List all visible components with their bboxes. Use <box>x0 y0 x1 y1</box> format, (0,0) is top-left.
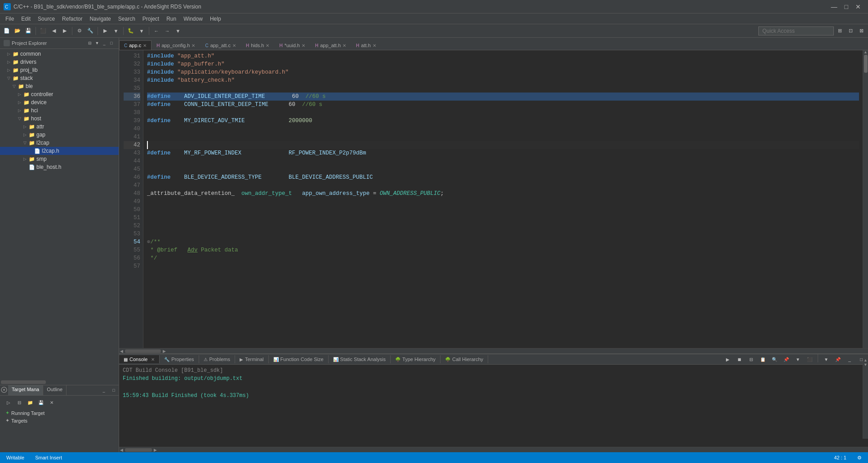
close-icon-uuidh[interactable]: ✕ <box>302 43 305 48</box>
status-writable[interactable]: Writable <box>4 455 27 460</box>
target-tb-2[interactable]: ⊟ <box>14 397 24 407</box>
menu-navigate[interactable]: Navigate <box>86 15 114 23</box>
tree-item-common[interactable]: ▷📁 common <box>0 50 119 58</box>
tab-appconfigh[interactable]: H app_config.h ✕ <box>151 40 200 50</box>
tab-appattr[interactable]: H app_att.h ✕ <box>310 40 351 50</box>
tab-hidsh[interactable]: H hids.h ✕ <box>241 40 275 50</box>
new-button[interactable]: 📄 <box>2 26 12 36</box>
tb-btn-6[interactable]: ▶ <box>100 26 110 36</box>
tb-btn-8[interactable]: 🐛 <box>126 26 136 36</box>
tree-item-ble[interactable]: ▽📁 ble <box>0 82 119 90</box>
tab-appc[interactable]: C app.c ✕ <box>119 40 151 50</box>
bottom-hscroll[interactable]: ◀ ▶ <box>119 447 868 452</box>
tb-btn-10[interactable]: ← <box>151 26 161 36</box>
pe-menu-btn[interactable]: ▼ <box>93 40 101 47</box>
bottom-hscroll-left[interactable]: ◀ <box>119 448 124 452</box>
close-icon-appattc[interactable]: ✕ <box>232 43 236 48</box>
close-icon-appconfigh[interactable]: ✕ <box>191 43 195 48</box>
code-hscrollbar[interactable]: ◀ ▶ <box>119 348 868 353</box>
bottom-hscroll-right[interactable]: ▶ <box>153 448 158 452</box>
tab-atth[interactable]: H att.h ✕ <box>351 40 381 50</box>
btm-tab-typehierarchy[interactable]: 🌳 Type Hierarchy <box>391 355 441 363</box>
vscroll-thumb[interactable] <box>864 55 868 73</box>
open-button[interactable]: 📂 <box>13 26 22 36</box>
target-tb-4[interactable]: 💾 <box>36 397 46 407</box>
close-button[interactable]: ✕ <box>852 3 864 10</box>
close-icon-appattr[interactable]: ✕ <box>343 43 346 48</box>
tree-item-l2cap-h[interactable]: ▷📄 l2cap.h <box>0 147 119 155</box>
bottom-hscroll-thumb[interactable] <box>125 448 152 452</box>
bottom-vscroll[interactable]: ▲ ▼ <box>863 358 868 439</box>
tab-appattc[interactable]: C app_att.c ✕ <box>200 40 241 50</box>
close-icon-appc[interactable]: ✕ <box>143 43 147 48</box>
toolbar-end-btn-3[interactable]: ⊠ <box>856 26 866 36</box>
status-insert-mode[interactable]: Smart Insert <box>32 455 65 460</box>
target-running[interactable]: ✦ Running Target <box>4 409 115 417</box>
tree-item-l2cap[interactable]: ▽📁 l2cap <box>0 139 119 147</box>
btm-tab-console[interactable]: ▦ Console ✕ <box>119 355 160 363</box>
tb-btn-7[interactable]: ▼ <box>111 26 121 36</box>
console-tb-7[interactable]: ▼ <box>793 354 803 364</box>
menu-file[interactable]: File <box>2 15 18 23</box>
tree-item-projlib[interactable]: ▷📁 proj_lib <box>0 66 119 74</box>
btm-left-max[interactable]: □ <box>109 385 119 395</box>
tb-btn-2[interactable]: ◀ <box>49 26 59 36</box>
console-tb-3[interactable]: ⊟ <box>746 354 756 364</box>
tree-item-controller[interactable]: ▷📁 controller <box>0 90 119 98</box>
quick-access-input[interactable] <box>758 26 834 35</box>
menu-help[interactable]: Help <box>206 15 225 23</box>
save-button[interactable]: 💾 <box>23 26 33 36</box>
code-hscroll-left[interactable]: ◀ <box>119 349 124 353</box>
btm-left-min[interactable]: _ <box>99 385 109 395</box>
console-tb-1[interactable]: ▶ <box>723 354 733 364</box>
console-min-btn[interactable]: _ <box>845 354 855 364</box>
tb-btn-1[interactable]: ⬛ <box>38 26 48 36</box>
btm-tab-stackanalysis[interactable]: 📊 Static Stack Analysis <box>329 355 391 363</box>
code-content[interactable]: #include "app_att.h" #include "app_buffe… <box>143 50 863 348</box>
menu-source[interactable]: Source <box>34 15 58 23</box>
tb-btn-12[interactable]: ▼ <box>173 26 183 36</box>
tree-item-hci[interactable]: ▷📁 hci <box>0 106 119 115</box>
target-tb-5[interactable]: ✕ <box>47 397 57 407</box>
tb-btn-5[interactable]: 🔧 <box>85 26 95 36</box>
target-targets[interactable]: ✦ Targets <box>4 417 115 424</box>
menu-search[interactable]: Search <box>115 15 139 23</box>
close-icon-atth[interactable]: ✕ <box>373 43 376 48</box>
code-vscrollbar[interactable]: ▲ <box>863 50 868 348</box>
menu-edit[interactable]: Edit <box>18 15 34 23</box>
console-tb-8[interactable]: ⬛ <box>805 354 815 364</box>
tree-item-attr[interactable]: ▷📁 attr <box>0 123 119 131</box>
vscroll-up-arrow[interactable]: ▲ <box>863 50 868 55</box>
maximize-button[interactable]: □ <box>841 3 852 10</box>
console-close[interactable]: ✕ <box>151 357 155 362</box>
code-editor[interactable]: 31 32 33 34 35 36 37 38 39 40 41 42 43 4… <box>119 50 868 348</box>
console-tb-4[interactable]: 📋 <box>758 354 768 364</box>
console-tb-9[interactable]: ▼ <box>821 354 831 364</box>
target-tb-3[interactable]: 📁 <box>25 397 35 407</box>
menu-window[interactable]: Window <box>180 15 206 23</box>
close-icon-hidsh[interactable]: ✕ <box>266 43 269 48</box>
console-tb-10[interactable]: 📌 <box>833 354 843 364</box>
tb-btn-11[interactable]: → <box>162 26 172 36</box>
tree-item-host[interactable]: ▽📁 host <box>0 115 119 123</box>
tab-outline[interactable]: Outline <box>43 385 67 395</box>
pe-min-btn[interactable]: _ <box>101 40 108 47</box>
pe-max-btn[interactable]: □ <box>108 40 115 47</box>
btm-tab-terminal[interactable]: ▶ Terminal <box>235 355 269 363</box>
status-position[interactable]: 42 : 1 <box>831 455 849 460</box>
btm-tab-callhierarchy[interactable]: 🌳 Call Hierarchy <box>441 355 488 363</box>
toolbar-end-btn-1[interactable]: ⊞ <box>835 26 845 36</box>
menu-project[interactable]: Project <box>139 15 163 23</box>
tb-btn-9[interactable]: ▼ <box>137 26 147 36</box>
minimize-button[interactable]: — <box>828 3 841 10</box>
tree-item-device[interactable]: ▷📁 device <box>0 98 119 106</box>
tb-btn-4[interactable]: ⚙ <box>75 26 85 36</box>
pe-collapse-btn[interactable]: ⊟ <box>86 40 93 47</box>
toolbar-end-btn-2[interactable]: ⊡ <box>846 26 855 36</box>
project-tree[interactable]: ▷📁 common ▷📁 drivers ▷📁 proj_lib ▽📁 stac… <box>0 49 119 379</box>
console-tb-5[interactable]: 🔍 <box>770 354 779 364</box>
tree-item-ble-host-h[interactable]: ▷📄 ble_host.h <box>0 163 119 171</box>
bottom-vscroll-down[interactable]: ▼ <box>863 362 868 367</box>
btm-tab-problems[interactable]: ⚠ Problems <box>199 355 235 363</box>
tab-target-manager[interactable]: Target Mana <box>8 385 43 395</box>
